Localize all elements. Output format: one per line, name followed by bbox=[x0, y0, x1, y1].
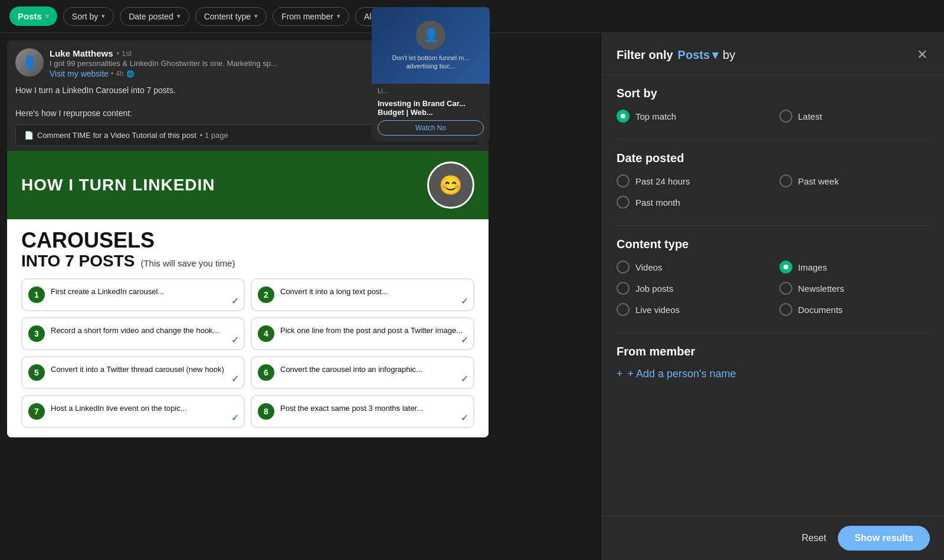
step-text: Convert it into a Twitter thread carouse… bbox=[51, 364, 224, 375]
content-label-4: Live videos bbox=[635, 305, 680, 315]
content-option[interactable]: Newsletters bbox=[779, 282, 930, 295]
author-link[interactable]: Visit my website bbox=[50, 69, 109, 78]
content-radio-4[interactable] bbox=[617, 303, 630, 316]
content-options: Videos Images Job posts Newsletters Live… bbox=[617, 261, 930, 316]
carousel-item: 6 Convert the carousel into an infograph… bbox=[251, 356, 474, 389]
filter-posts-chevron-icon: ▾ bbox=[712, 48, 718, 62]
date-radio-1[interactable] bbox=[779, 174, 792, 187]
content-radio-0[interactable] bbox=[617, 261, 630, 274]
carousel-image: HOW I TURN LINKEDIN 😊 CAROUSELS INTO 7 P… bbox=[7, 151, 489, 437]
step-number: 4 bbox=[258, 325, 274, 342]
carousel-avatar: 😊 bbox=[427, 162, 474, 209]
content-label-5: Documents bbox=[798, 305, 843, 315]
content-radio-5[interactable] bbox=[779, 303, 792, 316]
carousel-item: 3 Record a short form video and change t… bbox=[21, 317, 245, 350]
sort-label: Sort by bbox=[72, 12, 98, 21]
content-option[interactable]: Job posts bbox=[617, 282, 768, 295]
check-icon: ✓ bbox=[461, 373, 468, 384]
sort-label-1: Latest bbox=[798, 111, 822, 121]
sort-radio-0[interactable] bbox=[617, 110, 630, 123]
date-section: Date posted Past 24 hours Past week Past… bbox=[617, 151, 930, 209]
sort-by-button[interactable]: Sort by ▾ bbox=[63, 7, 114, 26]
content-type-button[interactable]: Content type ▾ bbox=[195, 7, 267, 26]
filter-footer: Reset Show results bbox=[602, 516, 944, 560]
author-badge: • 1st bbox=[117, 49, 132, 58]
watch-now-button[interactable]: Watch No bbox=[378, 120, 484, 136]
ad-card: 👤 Don't let bottom funnel m... advertisi… bbox=[372, 7, 490, 141]
member-section: From member + + Add a person's name bbox=[617, 345, 930, 380]
content-label-1: Images bbox=[798, 262, 827, 272]
doc-text: Comment TIME for a Video Tutorial of thi… bbox=[37, 131, 196, 140]
step-number: 2 bbox=[258, 286, 274, 303]
carousel-grid: 1 First create a LinkedIn carousel... ✓ … bbox=[21, 278, 474, 428]
filter-title-suffix: by bbox=[723, 48, 735, 62]
date-option[interactable]: Past 24 hours bbox=[617, 174, 768, 187]
content-radio-3[interactable] bbox=[779, 282, 792, 295]
check-icon: ✓ bbox=[231, 295, 239, 307]
member-section-title: From member bbox=[617, 345, 930, 358]
from-member-button[interactable]: From member ▾ bbox=[273, 7, 349, 26]
step-number: 8 bbox=[258, 403, 274, 420]
carousel-parens: (This will save you time) bbox=[140, 258, 235, 268]
sort-option[interactable]: Top match bbox=[617, 110, 768, 123]
date-label-2: Past month bbox=[635, 197, 680, 207]
main-area: 👤 Luke Matthews • 1st I got 99 personali… bbox=[0, 33, 944, 560]
carousel-item: 2 Convert it into a long text post... ✓ bbox=[251, 278, 474, 311]
date-section-title: Date posted bbox=[617, 151, 930, 165]
author-sub: I got 99 personalities & LinkedIn Ghostw… bbox=[50, 59, 277, 68]
step-text: Pick one line from the post and post a T… bbox=[280, 325, 463, 336]
content-option[interactable]: Images bbox=[779, 261, 930, 274]
content-label: Content type bbox=[204, 12, 251, 21]
carousel-item: 1 First create a LinkedIn carousel... ✓ bbox=[21, 278, 245, 311]
author-time: • bbox=[111, 70, 113, 78]
carousel-title: HOW I TURN LINKEDIN bbox=[21, 176, 215, 195]
doc-icon: 📄 bbox=[24, 131, 34, 140]
sort-section-title: Sort by bbox=[617, 87, 930, 100]
check-icon: ✓ bbox=[461, 295, 468, 307]
filter-header: Filter only Posts ▾ by ✕ bbox=[602, 33, 944, 75]
date-option[interactable]: Past month bbox=[617, 196, 768, 209]
step-number: 6 bbox=[258, 364, 274, 381]
reset-button[interactable]: Reset bbox=[802, 533, 827, 543]
content-section-title: Content type bbox=[617, 238, 930, 251]
content-option[interactable]: Documents bbox=[779, 303, 930, 316]
date-chevron-icon: ▾ bbox=[177, 12, 181, 20]
add-person-button[interactable]: + + Add a person's name bbox=[617, 368, 930, 380]
close-filter-button[interactable]: ✕ bbox=[914, 45, 930, 65]
sort-chevron-icon: ▾ bbox=[101, 12, 105, 20]
check-icon: ✓ bbox=[231, 412, 239, 423]
show-results-button[interactable]: Show results bbox=[838, 526, 930, 551]
filter-posts-dropdown[interactable]: Posts ▾ bbox=[678, 48, 718, 62]
sort-option[interactable]: Latest bbox=[779, 110, 930, 123]
date-radio-2[interactable] bbox=[617, 196, 630, 209]
posts-button[interactable]: Posts ▾ bbox=[9, 6, 57, 26]
ad-text: Don't let bottom funnel m... advertising… bbox=[378, 54, 484, 71]
content-radio-1[interactable] bbox=[779, 261, 792, 274]
doc-pages: • 1 page bbox=[200, 131, 228, 140]
date-options: Past 24 hours Past week Past month bbox=[617, 174, 930, 209]
content-option[interactable]: Videos bbox=[617, 261, 768, 274]
content-radio-2[interactable] bbox=[617, 282, 630, 295]
date-radio-0[interactable] bbox=[617, 174, 630, 187]
author-meta: Visit my website • 4h 🌐 bbox=[50, 69, 277, 78]
carousel-sub2: INTO 7 POSTS bbox=[21, 252, 135, 271]
carousel-subtitle: CAROUSELS bbox=[21, 229, 474, 252]
date-option[interactable]: Past week bbox=[779, 174, 930, 187]
date-posted-button[interactable]: Date posted ▾ bbox=[120, 7, 189, 26]
ad-brand: Li... bbox=[372, 84, 490, 98]
filter-title: Filter only Posts ▾ by bbox=[617, 48, 735, 62]
step-number: 5 bbox=[28, 364, 45, 381]
sort-label-0: Top match bbox=[635, 111, 676, 121]
check-icon: ✓ bbox=[461, 412, 468, 423]
content-section: Content type Videos Images Job posts New… bbox=[617, 238, 930, 316]
ad-avatar: 👤 bbox=[416, 21, 445, 50]
globe-icon: 🌐 bbox=[126, 70, 135, 78]
sort-radio-1[interactable] bbox=[779, 110, 792, 123]
posts-label: Posts bbox=[18, 11, 42, 21]
step-number: 1 bbox=[28, 286, 45, 303]
author-row: 👤 Luke Matthews • 1st I got 99 personali… bbox=[15, 48, 277, 78]
content-label-0: Videos bbox=[635, 262, 663, 272]
content-option[interactable]: Live videos bbox=[617, 303, 768, 316]
author-info: Luke Matthews • 1st I got 99 personaliti… bbox=[50, 48, 277, 78]
carousel-item: 4 Pick one line from the post and post a… bbox=[251, 317, 474, 350]
